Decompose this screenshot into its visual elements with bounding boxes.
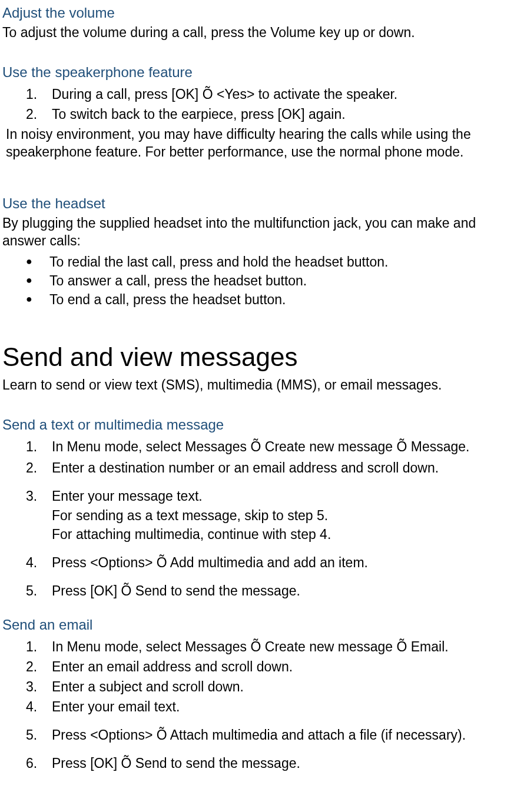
step-text: Press <Options> Õ Add multimedia and add… — [52, 555, 368, 570]
send-text-steps: 1.In Menu mode, select Messages Õ Create… — [2, 438, 512, 505]
step-text: Press [OK] Õ Send to send the message. — [52, 756, 300, 771]
list-item: 3.Enter your message text. — [26, 488, 512, 505]
body-send-view: Learn to send or view text (SMS), multim… — [2, 377, 512, 394]
body-headset: By plugging the supplied headset into th… — [2, 215, 512, 250]
list-item: 1.In Menu mode, select Messages Õ Create… — [26, 638, 512, 656]
step-text: Enter an email address and scroll down. — [52, 659, 293, 674]
step-text: Enter your email text. — [52, 699, 180, 714]
step-number: 6. — [26, 755, 37, 773]
list-item: To end a call, press the headset button. — [26, 291, 512, 309]
step-number: 5. — [26, 583, 37, 600]
step-text: In Menu mode, select Messages Õ Create n… — [52, 439, 470, 454]
step-text: Press <Options> Õ Attach multimedia and … — [52, 727, 466, 743]
step3-subline1: For sending as a text message, skip to s… — [2, 507, 512, 525]
list-item: 6.Press [OK] Õ Send to send the message. — [26, 755, 512, 773]
speakerphone-note: In noisy environment, you may have diffi… — [2, 126, 512, 161]
list-item: 2.Enter a destination number or an email… — [26, 460, 512, 477]
step-number: 2. — [26, 658, 37, 676]
bullet-text: To redial the last call, press and hold … — [49, 254, 388, 269]
heading-send-email: Send an email — [2, 615, 512, 634]
step3-subline2: For attaching multimedia, continue with … — [2, 526, 512, 544]
step-text: Press [OK] Õ Send to send the message. — [52, 583, 300, 598]
heading-send-view-messages: Send and view messages — [2, 340, 512, 374]
step-number: 3. — [26, 678, 37, 696]
step-number: 4. — [26, 554, 37, 572]
heading-adjust-volume: Adjust the volume — [2, 4, 512, 22]
send-text-steps-cont: 4.Press <Options> Õ Add multimedia and a… — [2, 554, 512, 600]
step-number: 2. — [26, 106, 37, 124]
step-number: 5. — [26, 727, 37, 744]
list-item: 3.Enter a subject and scroll down. — [26, 678, 512, 696]
send-email-steps: 1.In Menu mode, select Messages Õ Create… — [2, 638, 512, 772]
step-text: To switch back to the earpiece, press [O… — [52, 107, 346, 122]
list-item: 4.Press <Options> Õ Add multimedia and a… — [26, 554, 512, 572]
heading-speakerphone: Use the speakerphone feature — [2, 63, 512, 81]
heading-headset: Use the headset — [2, 194, 512, 212]
step-number: 3. — [26, 488, 37, 505]
list-item: To redial the last call, press and hold … — [26, 254, 512, 271]
list-item: 1.During a call, press [OK] Õ <Yes> to a… — [26, 86, 512, 104]
step-text: Enter a destination number or an email a… — [52, 460, 439, 475]
bullet-text: To end a call, press the headset button. — [49, 292, 286, 307]
step-text: In Menu mode, select Messages Õ Create n… — [52, 639, 449, 654]
list-item: 4.Enter your email text. — [26, 698, 512, 716]
list-item: 5.Press <Options> Õ Attach multimedia an… — [26, 727, 512, 744]
step-number: 2. — [26, 460, 37, 477]
body-adjust-volume: To adjust the volume during a call, pres… — [2, 24, 512, 42]
list-item: 2.To switch back to the earpiece, press … — [26, 106, 512, 124]
step-text: During a call, press [OK] Õ <Yes> to act… — [52, 86, 397, 102]
step-number: 1. — [26, 86, 37, 104]
step-number: 1. — [26, 638, 37, 656]
headset-bullets: To redial the last call, press and hold … — [2, 254, 512, 309]
step-text: Enter your message text. — [52, 488, 203, 504]
speakerphone-steps: 1.During a call, press [OK] Õ <Yes> to a… — [2, 86, 512, 124]
step-number: 4. — [26, 698, 37, 716]
heading-send-text-mms: Send a text or multimedia message — [2, 415, 512, 434]
step-number: 1. — [26, 438, 37, 456]
list-item: 2.Enter an email address and scroll down… — [26, 658, 512, 676]
list-item: To answer a call, press the headset butt… — [26, 272, 512, 290]
bullet-text: To answer a call, press the headset butt… — [49, 273, 307, 288]
list-item: 1.In Menu mode, select Messages Õ Create… — [26, 438, 512, 456]
list-item: 5.Press [OK] Õ Send to send the message. — [26, 583, 512, 600]
step-text: Enter a subject and scroll down. — [52, 679, 244, 694]
